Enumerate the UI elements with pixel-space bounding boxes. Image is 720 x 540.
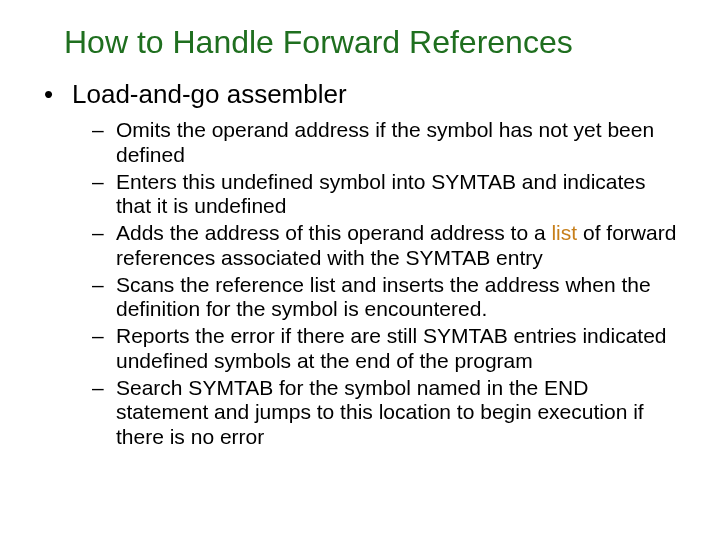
bullet-level1-text: Load-and-go assembler [72,79,347,110]
list-item: – Enters this undefined symbol into SYMT… [92,170,680,220]
list-item-text: Enters this undefined symbol into SYMTAB… [116,170,680,220]
list-item: – Scans the reference list and inserts t… [92,273,680,323]
list-item: – Adds the address of this operand addre… [92,221,680,271]
list-item: – Search SYMTAB for the symbol named in … [92,376,680,450]
highlighted-word: list [551,221,577,244]
dash-icon: – [92,324,116,349]
list-item-text-pre: Adds the address of this operand address… [116,221,551,244]
list-item-text: Scans the reference list and inserts the… [116,273,680,323]
dash-icon: – [92,118,116,143]
slide: How to Handle Forward References • Load-… [0,0,720,540]
list-item-text: Reports the error if there are still SYM… [116,324,680,374]
dash-icon: – [92,273,116,298]
list-item: – Omits the operand address if the symbo… [92,118,680,168]
dash-icon: – [92,376,116,401]
list-item-text: Search SYMTAB for the symbol named in th… [116,376,680,450]
dash-icon: – [92,221,116,246]
list-item-text: Adds the address of this operand address… [116,221,680,271]
list-item-text: Omits the operand address if the symbol … [116,118,680,168]
sublist: – Omits the operand address if the symbo… [92,118,680,450]
bullet-dot-icon: • [40,79,72,110]
dash-icon: – [92,170,116,195]
slide-title: How to Handle Forward References [64,24,680,61]
bullet-level1: • Load-and-go assembler [40,79,680,110]
list-item: – Reports the error if there are still S… [92,324,680,374]
